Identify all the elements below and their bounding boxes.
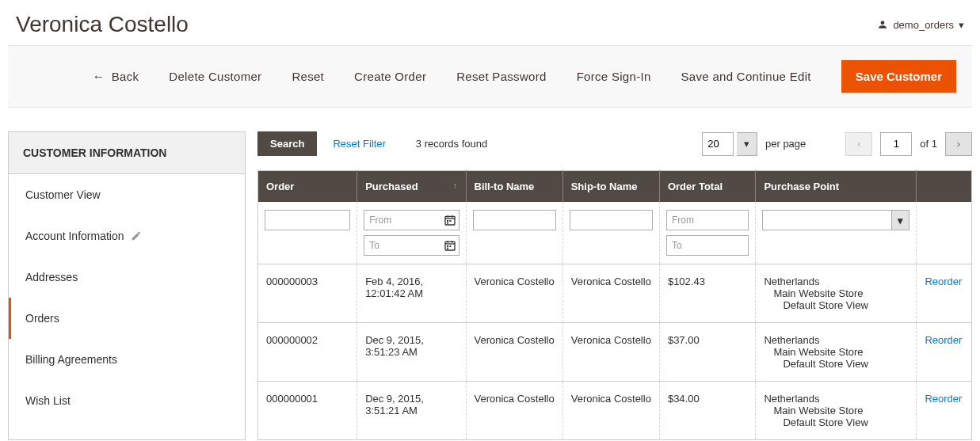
reorder-link[interactable]: Reorder xyxy=(925,276,962,287)
chevron-left-icon: ‹ xyxy=(857,138,860,150)
arrow-left-icon: ← xyxy=(92,70,105,84)
cell-purchased: Dec 9, 2015, 3:51:21 AM xyxy=(357,382,466,440)
next-page-button[interactable]: › xyxy=(945,132,972,156)
sidebar-item-customer-view[interactable]: Customer View xyxy=(9,174,245,215)
svg-rect-6 xyxy=(447,222,448,224)
cell-order: 000000003 xyxy=(258,264,357,323)
user-label: demo_orders xyxy=(893,19,954,31)
sidebar-item-label: Orders xyxy=(25,312,59,325)
sort-asc-icon: ↑ xyxy=(453,181,458,190)
cell-bill-to: Veronica Costello xyxy=(466,382,562,440)
filter-total-from[interactable] xyxy=(666,210,749,230)
filter-total-to[interactable] xyxy=(666,235,749,256)
actions-bar: ← Back Delete Customer Reset Create Orde… xyxy=(8,45,972,108)
col-header-action xyxy=(917,171,972,203)
pencil-icon xyxy=(131,230,142,241)
user-icon xyxy=(877,19,888,30)
sidebar-item-wish-list[interactable]: Wish List xyxy=(9,380,245,421)
pp-line: Main Website Store xyxy=(764,405,908,416)
records-found: 3 records found xyxy=(416,138,487,150)
pp-line: Main Website Store xyxy=(764,287,908,299)
svg-rect-4 xyxy=(447,220,448,222)
pp-line: Default Store View xyxy=(764,416,908,428)
save-customer-button[interactable]: Save Customer xyxy=(841,60,956,93)
chevron-right-icon: › xyxy=(957,138,960,150)
cell-ship-to: Veronica Costello xyxy=(562,323,659,382)
reset-button[interactable]: Reset xyxy=(292,70,324,83)
of-pages-label: of 1 xyxy=(920,138,937,150)
col-header-purchase-point[interactable]: Purchase Point xyxy=(756,171,917,203)
back-label: Back xyxy=(112,70,139,83)
col-header-purchased-label: Purchased xyxy=(365,181,418,192)
back-button[interactable]: ← Back xyxy=(92,70,139,84)
filter-bill-to-input[interactable] xyxy=(473,210,556,230)
sidebar-item-label: Addresses xyxy=(25,271,78,283)
cell-bill-to: Veronica Costello xyxy=(466,323,562,382)
orders-grid: Order Purchased ↑ Bill-to Name Ship-to N… xyxy=(257,170,972,440)
col-header-order[interactable]: Order xyxy=(258,171,357,203)
create-order-button[interactable]: Create Order xyxy=(354,70,426,83)
sidebar-item-label: Wish List xyxy=(25,394,71,407)
force-signin-button[interactable]: Force Sign-In xyxy=(577,70,651,83)
sidebar-item-account-information[interactable]: Account Information xyxy=(9,215,245,257)
user-menu[interactable]: demo_orders ▾ xyxy=(877,19,964,31)
pp-line: Netherlands xyxy=(764,334,908,346)
svg-rect-12 xyxy=(449,245,451,247)
calendar-icon[interactable] xyxy=(444,239,456,252)
pp-line: Default Store View xyxy=(764,358,908,370)
reset-filter-link[interactable]: Reset Filter xyxy=(333,138,385,150)
cell-total: $37.00 xyxy=(659,323,755,382)
grid-toolbar: Search Reset Filter 3 records found ▾ pe… xyxy=(257,131,972,156)
cell-total: $34.00 xyxy=(659,382,755,440)
cell-ship-to: Veronica Costello xyxy=(562,382,659,440)
cell-purchase-point: Netherlands Main Website Store Default S… xyxy=(756,264,917,323)
sidebar-title: CUSTOMER INFORMATION xyxy=(9,132,245,174)
table-row[interactable]: 000000002 Dec 9, 2015, 3:51:23 AM Veroni… xyxy=(258,323,972,382)
sidebar-item-label: Customer View xyxy=(25,188,101,201)
cell-purchase-point: Netherlands Main Website Store Default S… xyxy=(756,323,917,382)
delete-customer-button[interactable]: Delete Customer xyxy=(169,70,261,83)
calendar-icon[interactable] xyxy=(444,214,456,226)
reorder-link[interactable]: Reorder xyxy=(925,393,962,405)
col-header-ship-to[interactable]: Ship-to Name xyxy=(562,171,659,203)
per-page-input[interactable] xyxy=(702,132,734,156)
current-page-input[interactable] xyxy=(880,132,912,156)
filter-purchase-point-select[interactable] xyxy=(762,210,892,230)
reset-password-button[interactable]: Reset Password xyxy=(456,70,546,83)
reorder-link[interactable]: Reorder xyxy=(925,334,962,346)
save-continue-button[interactable]: Save and Continue Edit xyxy=(681,70,811,83)
pp-line: Netherlands xyxy=(764,276,908,287)
filter-ship-to-input[interactable] xyxy=(570,210,653,230)
table-row[interactable]: 000000003 Feb 4, 2016, 12:01:42 AM Veron… xyxy=(258,264,972,323)
per-page-label: per page xyxy=(765,138,806,150)
col-header-total[interactable]: Order Total xyxy=(659,171,755,203)
svg-rect-5 xyxy=(449,220,451,222)
cell-total: $102.43 xyxy=(659,264,755,323)
search-button[interactable]: Search xyxy=(257,131,317,156)
prev-page-button[interactable]: ‹ xyxy=(845,132,872,156)
col-header-bill-to[interactable]: Bill-to Name xyxy=(466,171,562,203)
cell-ship-to: Veronica Costello xyxy=(562,264,659,323)
page-title: Veronica Costello xyxy=(16,12,189,37)
col-header-purchased[interactable]: Purchased ↑ xyxy=(357,171,466,203)
cell-purchased: Feb 4, 2016, 12:01:42 AM xyxy=(357,264,466,323)
filter-order-input[interactable] xyxy=(265,210,350,230)
cell-bill-to: Veronica Costello xyxy=(466,264,562,323)
cell-order: 000000002 xyxy=(258,323,357,382)
sidebar-item-addresses[interactable]: Addresses xyxy=(9,257,245,298)
caret-down-icon: ▾ xyxy=(959,19,964,31)
table-row[interactable]: 000000001 Dec 9, 2015, 3:51:21 AM Veroni… xyxy=(258,382,972,440)
sidebar-item-orders[interactable]: Orders xyxy=(9,298,245,339)
pp-line: Main Website Store xyxy=(764,346,908,358)
sidebar-item-label: Account Information xyxy=(25,230,124,242)
sidebar-item-label: Billing Agreements xyxy=(25,353,117,366)
pp-line: Netherlands xyxy=(764,393,908,405)
per-page-dropdown-button[interactable]: ▾ xyxy=(737,132,757,156)
sidebar: CUSTOMER INFORMATION Customer View Accou… xyxy=(8,131,246,440)
svg-rect-11 xyxy=(447,245,448,247)
svg-rect-13 xyxy=(447,248,448,249)
pp-line: Default Store View xyxy=(764,299,908,311)
sidebar-item-billing-agreements[interactable]: Billing Agreements xyxy=(9,339,245,380)
cell-purchased: Dec 9, 2015, 3:51:23 AM xyxy=(357,323,466,382)
filter-purchase-point-dropdown-button[interactable]: ▾ xyxy=(892,210,909,230)
